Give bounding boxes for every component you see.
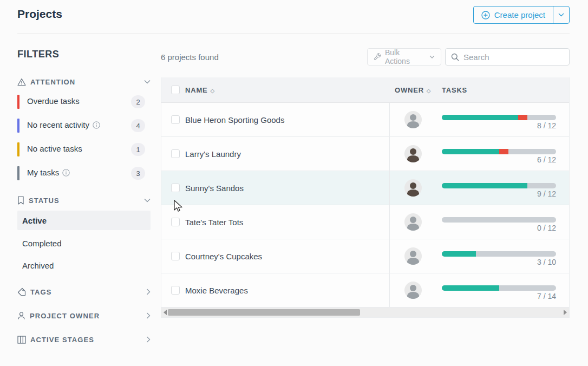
scroll-right-arrow[interactable] bbox=[564, 310, 567, 315]
page-title: Projects bbox=[17, 8, 62, 21]
owner-avatar[interactable] bbox=[404, 145, 422, 162]
columns-icon bbox=[17, 336, 26, 344]
column-divider bbox=[389, 103, 390, 136]
info-icon[interactable] bbox=[93, 121, 100, 129]
tasks-progress-bar bbox=[442, 285, 556, 291]
table-row[interactable]: Tate's Tater Tots 0 / 12 bbox=[161, 205, 569, 239]
create-project-dropdown[interactable] bbox=[553, 6, 569, 23]
filters-title: FILTERS bbox=[17, 49, 151, 60]
filters-sidebar: FILTERS ATTENTION Overdue tasks 2 No rec… bbox=[17, 49, 151, 60]
progress-overdue bbox=[499, 149, 509, 154]
bookmark-icon bbox=[17, 196, 24, 205]
info-icon[interactable] bbox=[62, 169, 70, 177]
project-name[interactable]: Blue Heron Sporting Goods bbox=[185, 103, 284, 137]
status-section-label: STATUS bbox=[29, 197, 60, 205]
create-project-button[interactable]: Create project bbox=[473, 6, 570, 24]
select-all-checkbox[interactable] bbox=[171, 86, 180, 94]
project-owner-section-header[interactable]: PROJECT OWNER bbox=[17, 310, 151, 322]
row-checkbox[interactable] bbox=[171, 184, 180, 192]
active-stages-section-header[interactable]: ACTIVE STAGES bbox=[17, 334, 151, 345]
row-checkbox[interactable] bbox=[171, 252, 180, 260]
search-input[interactable] bbox=[463, 53, 571, 62]
project-name[interactable]: Sunny's Sandos bbox=[185, 171, 244, 205]
row-checkbox[interactable] bbox=[171, 115, 180, 124]
project-name[interactable]: Moxie Beverages bbox=[185, 273, 248, 308]
status-section-header[interactable]: STATUS bbox=[17, 194, 151, 206]
tasks-progress-bar bbox=[442, 217, 556, 223]
column-divider bbox=[389, 171, 390, 205]
owner-avatar[interactable] bbox=[404, 282, 422, 299]
tasks-progress-bar bbox=[442, 183, 556, 188]
chevron-down-icon bbox=[144, 198, 151, 202]
tasks-progress-bar bbox=[442, 149, 556, 154]
count-badge: 2 bbox=[131, 95, 145, 108]
no-active-tasks-accent-bar bbox=[17, 142, 19, 156]
progress-done bbox=[442, 149, 499, 154]
count-badge: 3 bbox=[131, 167, 145, 180]
bulk-actions-button[interactable]: Bulk Actions bbox=[367, 48, 441, 66]
chevron-right-icon bbox=[146, 289, 151, 295]
row-checkbox[interactable] bbox=[171, 149, 180, 158]
tasks-count: 3 / 10 bbox=[442, 258, 556, 266]
table-row[interactable]: Blue Heron Sporting Goods 8 / 12 bbox=[161, 103, 569, 137]
header-divider bbox=[17, 34, 570, 34]
project-owner-section-label: PROJECT OWNER bbox=[30, 312, 100, 320]
search-box[interactable] bbox=[445, 48, 570, 66]
create-project-label: Create project bbox=[494, 10, 545, 19]
table-row[interactable]: Moxie Beverages 7 / 14 bbox=[161, 273, 569, 308]
plus-circle-icon bbox=[481, 11, 490, 19]
scrollbar-thumb[interactable] bbox=[168, 309, 360, 316]
filter-no-active-tasks[interactable]: No active tasks 1 bbox=[17, 139, 151, 160]
column-header-owner[interactable]: OWNER◇ bbox=[395, 77, 431, 103]
attention-section-header[interactable]: ATTENTION bbox=[17, 76, 151, 88]
column-header-name[interactable]: NAME◇ bbox=[185, 77, 215, 103]
create-project-main[interactable]: Create project bbox=[474, 6, 553, 23]
overdue-accent-bar bbox=[17, 95, 19, 109]
project-name[interactable]: Larry's Laundry bbox=[185, 137, 241, 171]
no-recent-activity-accent-bar bbox=[17, 119, 19, 133]
tasks-count: 7 / 14 bbox=[442, 292, 556, 300]
tags-section-header[interactable]: TAGS bbox=[17, 286, 151, 298]
progress-done bbox=[442, 115, 518, 120]
horizontal-scrollbar[interactable] bbox=[161, 308, 569, 317]
owner-avatar[interactable] bbox=[404, 111, 422, 128]
tasks-count: 6 / 12 bbox=[442, 155, 556, 164]
attention-section-label: ATTENTION bbox=[30, 78, 75, 86]
column-header-tasks: TASKS bbox=[442, 77, 467, 103]
scroll-left-arrow[interactable] bbox=[164, 310, 167, 315]
filter-label: Overdue tasks bbox=[27, 96, 80, 106]
chevron-right-icon bbox=[146, 336, 151, 343]
table-header: NAME◇ OWNER◇ TASKS bbox=[161, 77, 569, 103]
row-checkbox[interactable] bbox=[171, 286, 180, 295]
project-name[interactable]: Tate's Tater Tots bbox=[185, 205, 243, 239]
owner-avatar[interactable] bbox=[404, 247, 422, 265]
column-divider bbox=[389, 205, 390, 239]
filter-overdue-tasks[interactable]: Overdue tasks 2 bbox=[17, 91, 151, 113]
filter-no-recent-activity[interactable]: No recent activity 4 bbox=[17, 115, 151, 136]
owner-avatar[interactable] bbox=[404, 213, 422, 231]
active-stages-section-label: ACTIVE STAGES bbox=[30, 336, 94, 344]
my-tasks-accent-bar bbox=[17, 166, 19, 180]
projects-table: NAME◇ OWNER◇ TASKS Blue Heron Sporting G… bbox=[161, 77, 570, 318]
table-row[interactable]: Sunny's Sandos 9 / 12 bbox=[161, 171, 569, 205]
wrench-icon bbox=[374, 53, 381, 61]
filter-label: My tasks bbox=[27, 168, 70, 177]
sort-icon: ◇ bbox=[427, 88, 432, 94]
tasks-count: 0 / 12 bbox=[442, 224, 556, 232]
filter-my-tasks[interactable]: My tasks 3 bbox=[17, 162, 151, 184]
status-item-completed[interactable]: Completed bbox=[17, 233, 151, 253]
row-checkbox[interactable] bbox=[171, 218, 180, 226]
table-row[interactable]: Larry's Laundry 6 / 12 bbox=[161, 137, 569, 171]
status-item-archived[interactable]: Archived bbox=[17, 256, 151, 275]
status-item-active[interactable]: Active bbox=[17, 211, 151, 230]
owner-avatar[interactable] bbox=[404, 179, 422, 197]
table-row[interactable]: Courtney's Cupcakes 3 / 10 bbox=[161, 239, 569, 273]
filter-label: No recent activity bbox=[27, 120, 100, 129]
warning-triangle-icon bbox=[17, 78, 26, 86]
tags-section-label: TAGS bbox=[30, 288, 52, 296]
projects-page: Projects Create project FILTERS ATTENTIO… bbox=[0, 0, 588, 366]
column-divider bbox=[389, 137, 390, 171]
project-name[interactable]: Courtney's Cupcakes bbox=[185, 239, 262, 273]
chevron-right-icon bbox=[146, 312, 151, 319]
count-badge: 4 bbox=[131, 119, 145, 132]
